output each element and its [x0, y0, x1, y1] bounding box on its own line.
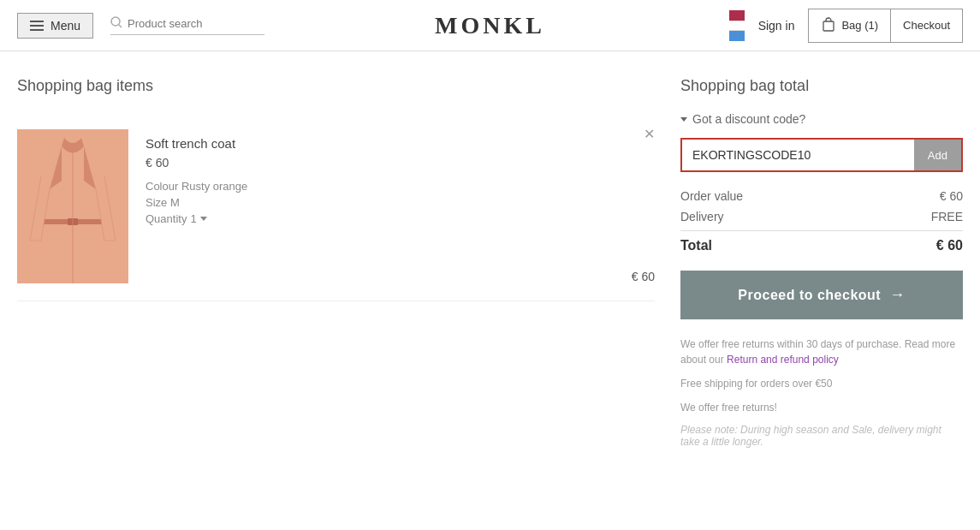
- menu-button[interactable]: Menu: [17, 13, 93, 39]
- bag-items-title: Shopping bag items: [17, 77, 655, 95]
- order-value-row: Order value € 60: [680, 189, 963, 203]
- discount-toggle-label: Got a discount code?: [692, 112, 805, 126]
- bag-items-section: Shopping bag items: [17, 77, 680, 448]
- high-season-note: Please note: During high season and Sale…: [680, 424, 963, 448]
- sign-in-button[interactable]: Sign in: [758, 19, 795, 33]
- total-value: € 60: [936, 238, 963, 253]
- menu-label: Menu: [50, 19, 80, 33]
- remove-item-button[interactable]: ✕: [644, 126, 655, 142]
- search-icon: [110, 16, 122, 31]
- menu-icon: [30, 21, 44, 31]
- total-row: Total € 60: [680, 238, 963, 253]
- main-content: Shopping bag items: [0, 51, 980, 473]
- order-summary-title: Shopping bag total: [680, 77, 963, 95]
- svg-rect-2: [823, 21, 834, 31]
- proceed-to-checkout-button[interactable]: Proceed to checkout →: [680, 271, 963, 319]
- total-label: Total: [680, 238, 712, 253]
- order-value: € 60: [940, 189, 963, 203]
- order-value-label: Order value: [680, 189, 743, 203]
- item-colour: Colour Rusty orange: [146, 180, 655, 193]
- item-price: € 60: [146, 156, 655, 170]
- discount-toggle[interactable]: Got a discount code?: [680, 112, 963, 126]
- divider: [680, 230, 963, 231]
- bag-item: Soft trench coat € 60 Colour Rusty orang…: [17, 112, 655, 301]
- search-bar: [110, 16, 264, 35]
- returns-info: We offer free returns within 30 days of …: [680, 336, 963, 367]
- flag-icon: [729, 10, 745, 41]
- search-input[interactable]: [128, 17, 256, 30]
- checkout-button[interactable]: Checkout: [891, 9, 962, 42]
- header: Menu MONKL Sign in: [0, 0, 980, 51]
- site-logo: MONKL: [435, 12, 545, 39]
- item-size: Size M: [146, 196, 655, 209]
- discount-code-input[interactable]: [682, 140, 914, 170]
- arrow-right-icon: →: [889, 286, 906, 304]
- item-name: Soft trench coat: [146, 136, 655, 151]
- bag-button[interactable]: Bag (1): [809, 9, 891, 42]
- svg-point-0: [111, 17, 120, 26]
- header-right: Sign in Bag (1) Checkout: [729, 9, 963, 43]
- item-details: Soft trench coat € 60 Colour Rusty orang…: [146, 129, 655, 225]
- svg-line-1: [119, 25, 122, 27]
- refund-policy-link[interactable]: Return and refund policy: [727, 354, 839, 366]
- add-discount-button[interactable]: Add: [914, 140, 961, 170]
- proceed-button-label: Proceed to checkout: [738, 288, 881, 303]
- delivery-value: FREE: [931, 210, 963, 223]
- bag-label: Bag (1): [841, 19, 878, 32]
- quantity-selector[interactable]: Quantity 1: [146, 212, 655, 225]
- order-summary-section: Shopping bag total Got a discount code? …: [680, 77, 963, 448]
- free-shipping-info: Free shipping for orders over €50: [680, 376, 963, 391]
- chevron-down-icon: [680, 117, 687, 122]
- bag-checkout-group: Bag (1) Checkout: [808, 9, 963, 43]
- item-image: [17, 129, 128, 283]
- quantity-value: 1: [190, 212, 196, 225]
- quantity-label: Quantity: [146, 212, 187, 225]
- item-total: € 60: [632, 270, 655, 283]
- bag-icon: [821, 16, 836, 34]
- delivery-row: Delivery FREE: [680, 210, 963, 223]
- delivery-label: Delivery: [680, 210, 724, 223]
- free-returns-info: We offer free returns!: [680, 400, 963, 415]
- chevron-down-icon: [200, 217, 207, 221]
- discount-input-row: Add: [680, 138, 963, 172]
